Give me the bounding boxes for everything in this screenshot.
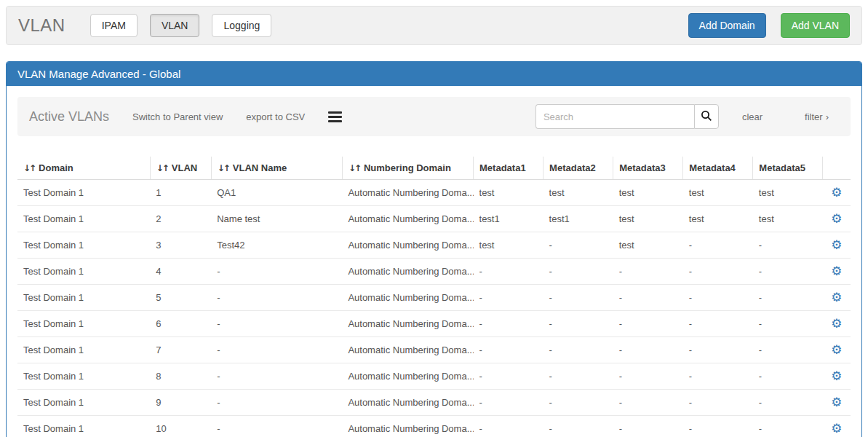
sort-icon[interactable]: ↓↑ bbox=[23, 163, 35, 173]
cell-metadata4: - bbox=[683, 285, 753, 311]
export-csv-link[interactable]: export to CSV bbox=[246, 111, 305, 122]
gear-icon[interactable]: ⚙ bbox=[831, 369, 842, 383]
table-row: Test Domain 1 8 - Automatic Numbering Do… bbox=[17, 363, 851, 390]
search-input[interactable] bbox=[535, 104, 694, 129]
clear-link[interactable]: clear bbox=[742, 111, 763, 122]
cell-metadata3: - bbox=[613, 416, 683, 437]
cell-metadata5: test bbox=[753, 206, 823, 232]
cell-metadata1: - bbox=[474, 416, 544, 437]
switch-parent-view-link[interactable]: Switch to Parent view bbox=[132, 111, 223, 122]
sort-icon[interactable]: ↓↑ bbox=[156, 163, 168, 173]
gear-icon[interactable]: ⚙ bbox=[831, 264, 842, 278]
gear-icon[interactable]: ⚙ bbox=[831, 316, 842, 331]
cell-metadata1: test bbox=[474, 232, 544, 259]
table-row: Test Domain 1 3 Test42 Automatic Numberi… bbox=[17, 232, 851, 259]
cell-metadata4: - bbox=[683, 390, 753, 416]
cell-actions: ⚙ bbox=[823, 416, 851, 437]
column-header-vlan-name[interactable]: ↓↑VLAN Name bbox=[211, 157, 342, 180]
column-header-metadata5: Metadata5 bbox=[753, 157, 823, 180]
nav-button-vlan[interactable]: VLAN bbox=[150, 14, 200, 37]
gear-icon[interactable]: ⚙ bbox=[831, 395, 842, 409]
cell-metadata3: - bbox=[613, 363, 683, 390]
table-row: Test Domain 1 2 Name test Automatic Numb… bbox=[17, 206, 851, 232]
cell-vlan-name: Test42 bbox=[211, 232, 342, 259]
gear-icon[interactable]: ⚙ bbox=[831, 290, 842, 304]
column-header-metadata2: Metadata2 bbox=[544, 157, 613, 180]
cell-metadata2: - bbox=[544, 259, 613, 285]
cell-metadata4: test bbox=[683, 206, 753, 232]
cell-domain: Test Domain 1 bbox=[17, 416, 150, 437]
cell-domain: Test Domain 1 bbox=[17, 206, 150, 232]
gear-icon[interactable]: ⚙ bbox=[831, 237, 842, 252]
table-row: Test Domain 1 7 - Automatic Numbering Do… bbox=[17, 337, 851, 363]
filter-link[interactable]: filter› bbox=[805, 111, 829, 122]
sort-icon[interactable]: ↓↑ bbox=[218, 163, 229, 173]
search-group bbox=[535, 104, 719, 129]
cell-metadata3: - bbox=[613, 259, 683, 285]
cell-metadata4: test bbox=[683, 180, 753, 206]
toolbar-heading: Active VLANs bbox=[29, 109, 109, 125]
cell-metadata5: - bbox=[753, 259, 823, 285]
add-vlan-button[interactable]: Add VLAN bbox=[781, 13, 850, 38]
cell-metadata5: - bbox=[753, 285, 823, 311]
cell-actions: ⚙ bbox=[823, 363, 851, 390]
cell-vlan: 4 bbox=[150, 259, 211, 285]
cell-numbering-domain: Automatic Numbering Doma... bbox=[342, 363, 473, 390]
cell-vlan-name: - bbox=[211, 390, 342, 416]
search-button[interactable] bbox=[694, 104, 719, 129]
cell-metadata5: - bbox=[753, 311, 823, 337]
table-row: Test Domain 1 9 - Automatic Numbering Do… bbox=[17, 390, 851, 416]
cell-domain: Test Domain 1 bbox=[17, 285, 150, 311]
cell-numbering-domain: Automatic Numbering Doma... bbox=[342, 311, 473, 337]
cell-domain: Test Domain 1 bbox=[17, 337, 150, 363]
cell-metadata2: - bbox=[544, 311, 613, 337]
cell-metadata5: - bbox=[753, 363, 823, 390]
cell-actions: ⚙ bbox=[823, 206, 851, 232]
cell-numbering-domain: Automatic Numbering Doma... bbox=[342, 259, 473, 285]
cell-metadata1: - bbox=[474, 259, 544, 285]
column-header-domain[interactable]: ↓↑Domain bbox=[17, 157, 150, 180]
filter-link-label: filter bbox=[805, 111, 823, 122]
cell-domain: Test Domain 1 bbox=[17, 390, 150, 416]
cell-vlan-name: - bbox=[211, 337, 342, 363]
column-header-vlan[interactable]: ↓↑VLAN bbox=[150, 157, 211, 180]
table-row: Test Domain 1 10 - Automatic Numbering D… bbox=[17, 416, 851, 437]
column-header-numbering-domain[interactable]: ↓↑Numbering Domain bbox=[342, 157, 473, 180]
cell-metadata1: - bbox=[474, 390, 544, 416]
cell-metadata3: test bbox=[613, 180, 683, 206]
nav-button-ipam[interactable]: IPAM bbox=[90, 14, 138, 37]
cell-vlan: 8 bbox=[150, 363, 211, 390]
column-header-label: Domain bbox=[39, 162, 73, 173]
cell-metadata4: - bbox=[683, 311, 753, 337]
cell-metadata1: test bbox=[474, 180, 544, 206]
column-header-actions bbox=[823, 157, 851, 180]
cell-metadata5: - bbox=[753, 416, 823, 437]
cell-metadata4: - bbox=[683, 337, 753, 363]
column-header-label: Metadata4 bbox=[689, 162, 736, 173]
magnifier-icon bbox=[701, 110, 712, 124]
cell-metadata2: - bbox=[544, 390, 613, 416]
cell-vlan-name: Name test bbox=[211, 206, 342, 232]
cell-vlan: 3 bbox=[150, 232, 211, 259]
cell-metadata2: - bbox=[544, 337, 613, 363]
page-title: VLAN bbox=[18, 15, 65, 36]
cell-numbering-domain: Automatic Numbering Doma... bbox=[342, 285, 473, 311]
hamburger-icon[interactable] bbox=[328, 109, 342, 125]
cell-numbering-domain: Automatic Numbering Doma... bbox=[342, 416, 473, 437]
add-domain-button[interactable]: Add Domain bbox=[688, 13, 766, 38]
column-header-label: Numbering Domain bbox=[364, 162, 451, 173]
cell-actions: ⚙ bbox=[823, 180, 851, 206]
cell-vlan: 10 bbox=[150, 416, 211, 437]
cell-numbering-domain: Automatic Numbering Doma... bbox=[342, 180, 473, 206]
nav-button-group: IPAM VLAN Logging bbox=[90, 14, 272, 37]
gear-icon[interactable]: ⚙ bbox=[831, 342, 842, 357]
gear-icon[interactable]: ⚙ bbox=[831, 185, 842, 200]
cell-vlan-name: - bbox=[211, 259, 342, 285]
cell-metadata2: - bbox=[544, 232, 613, 259]
gear-icon[interactable]: ⚙ bbox=[831, 211, 842, 226]
sort-icon[interactable]: ↓↑ bbox=[349, 163, 360, 173]
cell-domain: Test Domain 1 bbox=[17, 363, 150, 390]
nav-button-logging[interactable]: Logging bbox=[212, 14, 271, 37]
cell-vlan: 2 bbox=[150, 206, 211, 232]
gear-icon[interactable]: ⚙ bbox=[831, 421, 842, 436]
